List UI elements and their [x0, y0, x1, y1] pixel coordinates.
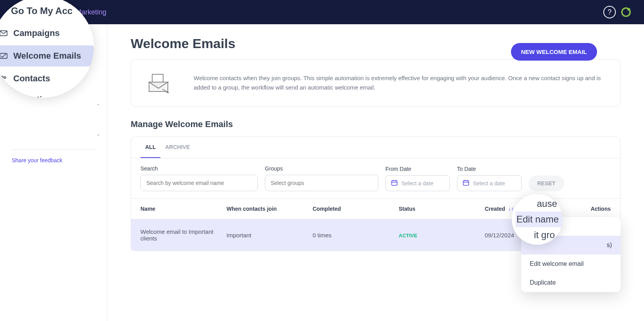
status-badge: ACTIVE: [399, 233, 417, 239]
calendar-icon: [463, 179, 469, 187]
search-input[interactable]: [140, 175, 258, 191]
to-date-input[interactable]: Select a date: [457, 175, 522, 191]
envelope-icon: [0, 29, 8, 38]
svg-point-17: [4, 77, 6, 79]
dropdown-duplicate[interactable]: Duplicate: [521, 273, 621, 292]
section-title: Manage Welcome Emails: [131, 119, 621, 129]
chevron-down-icon[interactable]: ⌄: [96, 131, 100, 137]
svg-point-1: [628, 8, 630, 11]
sidebar-item-label: Contacts: [13, 74, 50, 84]
from-date-label: From Date: [385, 166, 450, 172]
th-created-label: Created: [485, 206, 505, 212]
to-date-placeholder: Select a date: [473, 180, 505, 187]
mag-back-label: Go To My Acc: [11, 5, 72, 16]
groups-label: Groups: [265, 165, 378, 172]
td-name: Welcome email to Important clients: [140, 228, 227, 242]
search-label: Search: [140, 165, 258, 172]
filters-row: Search Groups From Date Select a date: [131, 158, 620, 198]
td-contacts-join: Important: [227, 232, 313, 239]
search-filter-group: Search: [140, 165, 258, 191]
envelope-send-icon: [147, 71, 170, 95]
svg-rect-6: [392, 181, 397, 185]
to-date-label: To Date: [457, 166, 522, 172]
header-right: ?: [603, 6, 632, 18]
th-contacts-join[interactable]: When contacts join: [227, 206, 313, 212]
info-text: Welcome contacts when they join groups. …: [194, 74, 604, 92]
chevron-down-icon[interactable]: ⌄: [96, 101, 100, 106]
from-date-input[interactable]: Select a date: [385, 175, 450, 191]
th-completed[interactable]: Completed: [313, 206, 399, 212]
mag-edit-name: Edit name: [516, 212, 563, 227]
sidebar-item-campaigns[interactable]: Campaigns: [0, 23, 94, 44]
td-completed: 0 times: [313, 232, 399, 239]
feedback-link[interactable]: Share your feedback: [12, 157, 62, 163]
divider: [12, 149, 95, 150]
sidebar-item-label: Campaigns: [13, 28, 60, 38]
th-status[interactable]: Status: [399, 206, 485, 212]
title-row: Welcome Emails NEW WELCOME EMAIL: [131, 36, 621, 51]
new-welcome-email-button[interactable]: NEW WELCOME EMAIL: [511, 43, 597, 61]
brand-logo-icon: [620, 6, 632, 18]
dropdown-edit-welcome-email[interactable]: Edit welcome email: [521, 255, 621, 273]
reset-button[interactable]: RESET: [529, 176, 564, 191]
calendar-icon: [391, 179, 398, 187]
help-icon[interactable]: ?: [603, 6, 616, 18]
sidebar-item-label: Welcome Emails: [13, 51, 81, 61]
sidebar-item-welcome-emails[interactable]: Welcome Emails: [0, 45, 94, 66]
tabs: ALL ARCHIVE: [131, 137, 620, 158]
from-date-placeholder: Select a date: [401, 180, 434, 187]
groups-filter-group: Groups: [265, 165, 378, 191]
dropdown-magnifier: ause Edit name it gro: [512, 194, 563, 245]
info-card: Welcome contacts when they join groups. …: [131, 59, 621, 107]
to-date-filter-group: To Date Select a date: [457, 166, 522, 191]
envelope-check-icon: [0, 52, 8, 60]
app-header: ail Marketing ?: [0, 0, 644, 24]
th-actions: Actions: [571, 206, 611, 212]
groups-select[interactable]: [265, 175, 378, 191]
td-status: ACTIVE: [399, 232, 485, 239]
tab-archive[interactable]: ARCHIVE: [160, 137, 194, 158]
th-name[interactable]: Name: [140, 206, 227, 212]
from-date-filter-group: From Date Select a date: [385, 166, 450, 191]
svg-rect-10: [463, 181, 469, 185]
tab-all[interactable]: ALL: [140, 137, 160, 158]
